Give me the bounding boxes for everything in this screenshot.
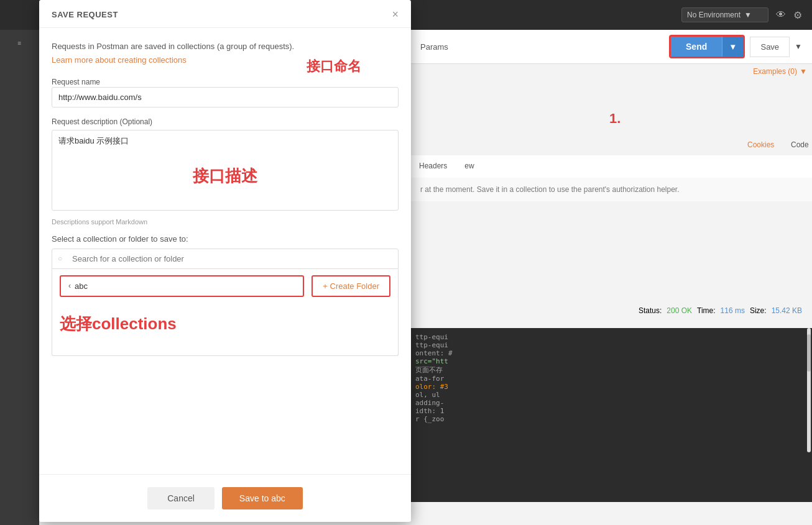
gear-icon[interactable]: ⚙: [793, 9, 802, 21]
params-label: Params: [420, 42, 448, 52]
cookies-label[interactable]: Cookies: [747, 140, 774, 149]
annotation-number: 1.: [609, 111, 621, 127]
search-icon: ○: [58, 254, 62, 263]
save-request-modal: SAVE REQUEST × Requests in Postman are s…: [39, 0, 411, 522]
examples-arrow[interactable]: ▼: [800, 67, 807, 76]
environment-dropdown[interactable]: No Environment ▼: [681, 7, 768, 22]
code-line-6: ata-for: [415, 375, 812, 383]
save-to-button[interactable]: Save to abc: [222, 487, 303, 509]
collections-list: ‹ abc + Create Folder 选择collections: [52, 269, 399, 356]
save-arrow[interactable]: ▼: [795, 42, 802, 51]
main-content-area: Params Examples (0) ▼ Send ▼ Save ▼ 1. C…: [410, 30, 812, 525]
code-line-5: 页面不存: [415, 365, 812, 375]
time-label: Time:: [697, 306, 716, 315]
examples-label[interactable]: Examples (0): [753, 67, 797, 76]
tabs-row: Headers ew: [410, 155, 812, 178]
collection-select-label: Select a collection or folder to save to…: [52, 234, 399, 244]
size-label: Size:: [750, 306, 767, 315]
request-name-input[interactable]: [52, 87, 399, 107]
env-dropdown-arrow: ▼: [744, 11, 752, 19]
description-container: 请求baidu 示例接口 接口描述: [52, 130, 399, 213]
tab-ew[interactable]: ew: [456, 155, 482, 178]
modal-title: SAVE REQUEST: [52, 10, 118, 19]
code-line-10: idth: 1: [415, 407, 812, 415]
send-dropdown-arrow[interactable]: ▼: [722, 37, 743, 57]
code-line-11: r {_zoo: [415, 415, 812, 423]
status-bar: Status: 200 OK Time: 116 ms Size: 15.42 …: [639, 306, 802, 315]
markdown-hint: Descriptions support Markdown: [52, 218, 399, 226]
send-button[interactable]: Send: [671, 37, 722, 57]
toolbar-row: Params Examples (0) ▼ Send ▼ Save ▼: [410, 30, 812, 64]
create-folder-button[interactable]: + Create Folder: [311, 275, 390, 297]
size-value: 15.42 KB: [772, 306, 802, 315]
request-desc-label: Request description (Optional): [52, 117, 399, 126]
left-panel-item[interactable]: ≡: [14, 36, 25, 50]
time-value: 116 ms: [721, 306, 745, 315]
code-label[interactable]: Code: [791, 140, 809, 149]
code-line-7: olor: #3: [415, 383, 812, 391]
code-line-8: ol, ul: [415, 391, 812, 399]
collection-item-abc[interactable]: ‹ abc: [60, 275, 304, 297]
middle-text: r at the moment. Save it in a collection…: [410, 178, 812, 201]
eye-icon[interactable]: 👁: [776, 9, 786, 21]
modal-header: SAVE REQUEST ×: [39, 0, 411, 28]
status-label: Status:: [639, 306, 662, 315]
status-value: 200 OK: [667, 306, 692, 315]
modal-footer: Cancel Save to abc: [39, 474, 411, 522]
tab-headers[interactable]: Headers: [410, 155, 456, 178]
modal-info-text: Requests in Postman are saved in collect…: [52, 40, 399, 53]
left-panel: ≡: [0, 30, 39, 525]
scrollbar[interactable]: [807, 328, 811, 452]
search-collection-input[interactable]: [52, 249, 399, 269]
code-line-3: ontent: #: [415, 349, 812, 357]
search-container: ○: [52, 249, 399, 269]
interface-name-annotation: 接口命名: [307, 57, 361, 76]
code-area: ttp-equi ttp-equi ontent: # src="htt 页面不…: [410, 328, 812, 502]
code-line-4: src="htt: [415, 357, 812, 365]
middle-text-content: r at the moment. Save it in a collection…: [420, 185, 680, 194]
save-button[interactable]: Save: [750, 37, 790, 57]
modal-body: Requests in Postman are saved in collect…: [39, 28, 411, 474]
code-line-1: ttp-equi: [415, 333, 812, 341]
scrollbar-thumb: [807, 334, 811, 372]
request-name-label: Request name: [52, 78, 100, 86]
collection-item-name: abc: [75, 281, 88, 291]
collection-chevron: ‹: [68, 281, 71, 290]
env-dropdown-label: No Environment: [687, 11, 740, 19]
code-line-2: ttp-equi: [415, 341, 812, 349]
cancel-button[interactable]: Cancel: [147, 487, 215, 509]
send-button-container: Send ▼: [669, 35, 745, 58]
code-line-9: adding-: [415, 399, 812, 407]
modal-close-button[interactable]: ×: [392, 9, 399, 20]
request-desc-textarea[interactable]: 请求baidu 示例接口: [52, 130, 399, 211]
select-collections-annotation: 选择collections: [52, 303, 398, 345]
collection-row: ‹ abc + Create Folder: [52, 269, 398, 303]
